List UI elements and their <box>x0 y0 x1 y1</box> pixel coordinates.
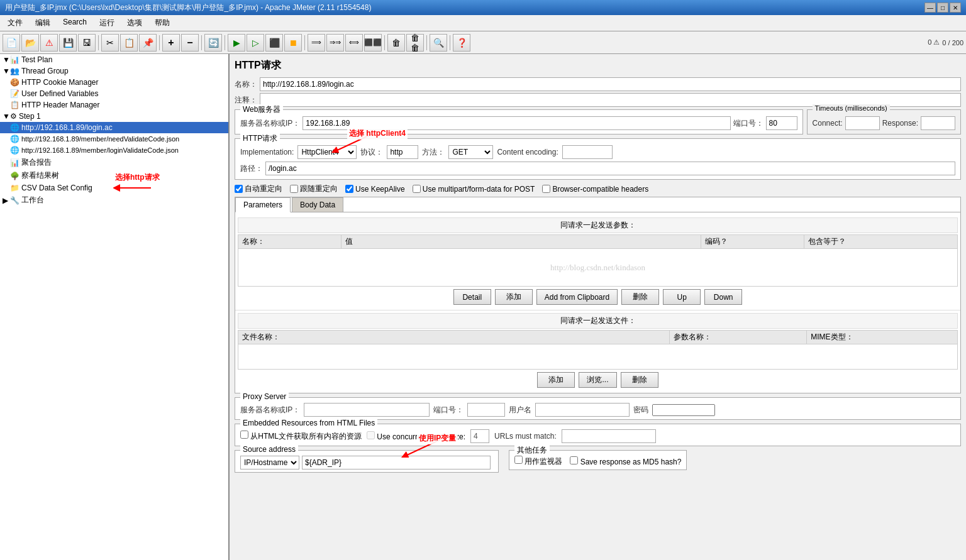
source-type-select[interactable]: IP/Hostname Device Device IPv4 Device IP… <box>240 456 299 469</box>
from-html-label[interactable]: 从HTML文件获取所有内容的资源 <box>240 431 362 442</box>
source-address-input[interactable] <box>302 456 491 469</box>
search-button[interactable]: 🔍 <box>430 34 447 52</box>
expand-icon: ▼ <box>3 55 10 64</box>
remote-stop-button[interactable]: ⟺ <box>345 34 363 52</box>
remote-start-all-button[interactable]: ⇒⇒ <box>326 34 344 52</box>
paste-button[interactable]: 📌 <box>139 34 157 52</box>
delete-file-button[interactable]: 删除 <box>621 372 658 388</box>
close-button[interactable]: ✕ <box>950 3 961 13</box>
name-input[interactable] <box>260 77 961 91</box>
proxy-port-input[interactable] <box>467 403 505 417</box>
protocol-input[interactable] <box>387 145 418 159</box>
saveas-button[interactable]: 🖫 <box>78 34 96 52</box>
down-button[interactable]: Down <box>704 289 742 305</box>
proxy-server-input[interactable] <box>304 403 430 417</box>
follow-redirect-checkbox[interactable] <box>290 185 298 193</box>
urls-must-match-input[interactable] <box>562 429 656 443</box>
tree-item-step1[interactable]: ▼ ⚙ Step 1 <box>0 111 228 122</box>
cut-button[interactable]: ✂ <box>101 34 119 52</box>
from-html-checkbox[interactable] <box>240 431 248 439</box>
keepalive-label[interactable]: Use KeepAlive <box>345 185 405 194</box>
browse-button[interactable]: 浏览... <box>579 372 616 388</box>
remove-button[interactable]: − <box>181 34 199 52</box>
tree-item-aggregate[interactable]: 📊 聚合报告 <box>0 156 228 169</box>
start-button[interactable]: ▶ <box>228 34 245 52</box>
add-param-button[interactable]: 添加 <box>495 289 533 305</box>
browser-headers-label[interactable]: Browser-compatible headers <box>542 185 648 194</box>
proxy-pass-input[interactable] <box>652 404 715 416</box>
remote-shutdown-button[interactable]: ⬛⬛ <box>364 34 382 52</box>
tree-item-test-plan[interactable]: ▼ 📊 Test Plan <box>0 54 228 65</box>
tree-item-cookie-manager[interactable]: 🍪 HTTP Cookie Manager <box>0 77 228 88</box>
concurrent-pool-input[interactable] <box>470 429 489 443</box>
open-button[interactable]: 📂 <box>21 34 39 52</box>
tree-item-workbench[interactable]: ▶ 🔧 工作台 <box>0 194 228 207</box>
encoding-label: Content encoding: <box>497 148 558 156</box>
port-input[interactable] <box>766 116 797 130</box>
help-button[interactable]: ❓ <box>453 34 470 52</box>
shutdown-button[interactable]: ⏹ <box>284 34 302 52</box>
auto-redirect-label[interactable]: 自动重定向 <box>235 184 282 194</box>
tree-item-results-tree[interactable]: 🌳 察看结果树 <box>0 169 228 182</box>
concurrent-pool-checkbox[interactable] <box>367 431 375 439</box>
menu-search[interactable]: Search <box>58 16 92 30</box>
multipart-checkbox[interactable] <box>413 185 421 193</box>
remote-start-button[interactable]: ⟹ <box>308 34 325 52</box>
expand-icon: ▼ <box>3 67 10 75</box>
implementation-select[interactable]: HttpClient4 Java HttpClient3.1 <box>297 145 357 159</box>
connect-input[interactable] <box>845 116 880 130</box>
encoding-input[interactable] <box>562 145 613 159</box>
keepalive-checkbox[interactable] <box>345 185 353 193</box>
tree-item-thread-group[interactable]: ▼ 👥 Thread Group <box>0 65 228 77</box>
browser-headers-checkbox[interactable] <box>542 185 550 193</box>
md5-label[interactable]: Save response as MD5 hash? <box>570 456 681 466</box>
stop-button[interactable]: ⬛ <box>265 34 283 52</box>
tab-parameters[interactable]: Parameters <box>235 197 291 212</box>
up-button[interactable]: Up <box>663 289 701 305</box>
clear-button[interactable]: 🗑 <box>387 34 405 52</box>
path-input[interactable] <box>265 162 955 175</box>
response-input[interactable] <box>921 116 955 130</box>
copy-button[interactable]: 📋 <box>120 34 138 52</box>
proxy-user-input[interactable] <box>535 403 630 417</box>
add-button[interactable]: + <box>162 34 180 52</box>
warning-button[interactable]: ⚠ <box>40 34 58 52</box>
menu-options[interactable]: 选项 <box>122 16 147 30</box>
md5-checkbox[interactable] <box>570 456 578 464</box>
source-other-row: Source address IP/Hostname Device Device… <box>235 450 961 476</box>
new-button[interactable]: 📄 <box>3 34 20 52</box>
clear-all-button[interactable]: 🗑🗑 <box>406 34 424 52</box>
menu-help[interactable]: 帮助 <box>150 16 175 30</box>
minimize-button[interactable]: — <box>924 3 936 13</box>
follow-redirect-label[interactable]: 跟随重定向 <box>290 184 338 194</box>
monitor-checkbox[interactable] <box>514 456 523 464</box>
tree-item-login-validate[interactable]: 🌐 http://192.168.1.89/member/loginValida… <box>0 145 228 156</box>
concurrent-pool-label[interactable]: Use concurrent pool, Size: <box>367 431 465 441</box>
detail-button[interactable]: Detail <box>453 289 491 305</box>
tab-body-data[interactable]: Body Data <box>292 197 343 212</box>
monitor-label[interactable]: 用作监视器 <box>514 456 562 467</box>
refresh-button[interactable]: 🔄 <box>204 34 222 52</box>
tree-item-need-validate[interactable]: 🌐 http://192.168.1.89/member/needValidat… <box>0 133 228 145</box>
delete-param-button[interactable]: 删除 <box>621 289 659 305</box>
multipart-label[interactable]: Use multipart/form-data for POST <box>413 185 535 194</box>
tree-item-header-manager[interactable]: 📋 HTTP Header Manager <box>0 99 228 111</box>
auto-redirect-checkbox[interactable] <box>235 185 243 193</box>
maximize-button[interactable]: □ <box>937 3 948 13</box>
connect-label: Connect: <box>813 119 843 128</box>
server-input[interactable] <box>303 116 730 130</box>
method-select[interactable]: GET POST PUT DELETE <box>448 145 493 159</box>
files-table: 文件名称： 参数名称： MIME类型： <box>238 330 958 370</box>
tree-item-csv[interactable]: 📁 CSV Data Set Config <box>0 182 228 194</box>
menu-file[interactable]: 文件 <box>3 16 28 30</box>
add-file-button[interactable]: 添加 <box>537 372 575 388</box>
tree-item-login-req[interactable]: 🌐 http://192.168.1.89/login.ac <box>0 122 228 133</box>
tree-item-user-vars[interactable]: 📝 User Defined Variables <box>0 88 228 99</box>
thread-label: Thread Group <box>21 67 69 75</box>
menu-edit[interactable]: 编辑 <box>30 16 55 30</box>
menu-run[interactable]: 运行 <box>94 16 119 30</box>
save-button[interactable]: 💾 <box>59 34 77 52</box>
start-no-pause-button[interactable]: ▷ <box>247 34 264 52</box>
add-from-clipboard-button[interactable]: Add from Clipboard <box>536 289 618 305</box>
params-table: 名称： 值 编码？ 包含等于？ http://blog.csdn.net/kin… <box>238 234 958 287</box>
